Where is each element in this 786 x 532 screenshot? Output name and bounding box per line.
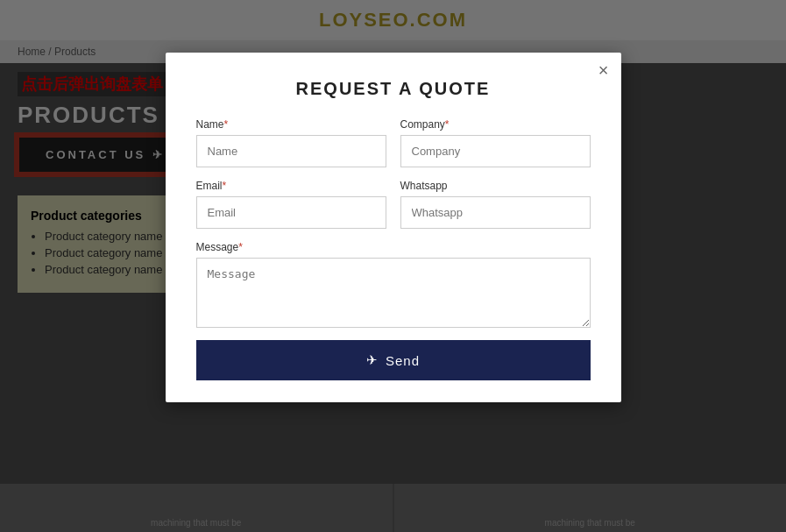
message-label: Message* — [196, 241, 591, 253]
email-field-group: Email* — [196, 180, 386, 229]
name-input[interactable] — [196, 135, 386, 167]
email-input[interactable] — [196, 196, 386, 229]
whatsapp-input[interactable] — [400, 196, 591, 229]
email-whatsapp-row: Email* Whatsapp — [196, 180, 591, 229]
name-company-row: Name* Company* — [196, 118, 591, 167]
request-quote-modal: × REQUEST A QUOTE Name* Company* Email* — [166, 53, 621, 402]
whatsapp-field-group: Whatsapp — [400, 180, 591, 229]
modal-overlay: × REQUEST A QUOTE Name* Company* Email* — [0, 0, 786, 532]
email-required: * — [223, 180, 227, 192]
send-button[interactable]: ✈ Send — [196, 340, 591, 380]
name-field-group: Name* — [196, 118, 386, 167]
email-label: Email* — [196, 180, 386, 192]
whatsapp-label: Whatsapp — [400, 180, 591, 192]
send-icon: ✈ — [366, 352, 379, 368]
modal-close-button[interactable]: × — [598, 61, 609, 79]
message-field-group: Message* — [196, 241, 591, 328]
message-required: * — [238, 241, 243, 253]
name-label: Name* — [196, 118, 386, 131]
message-input[interactable] — [196, 258, 591, 328]
company-required: * — [445, 118, 450, 131]
send-label: Send — [386, 353, 420, 368]
name-required: * — [224, 118, 229, 131]
company-field-group: Company* — [400, 118, 591, 167]
company-label: Company* — [400, 118, 591, 131]
modal-title: REQUEST A QUOTE — [196, 79, 591, 99]
company-input[interactable] — [400, 135, 591, 167]
